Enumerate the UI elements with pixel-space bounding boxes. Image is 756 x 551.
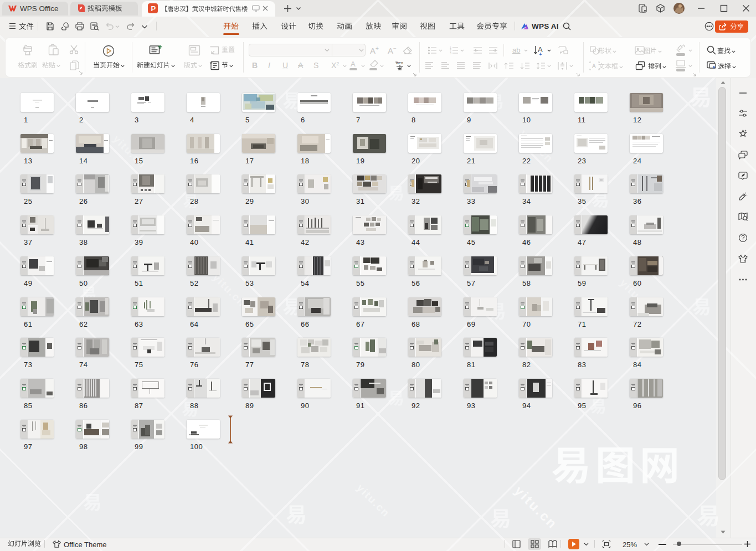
svg-text:A: A — [538, 45, 543, 54]
svg-text:3: 3 — [450, 52, 451, 54]
svg-text:A: A — [592, 63, 596, 69]
svg-text:wen: wen — [395, 61, 403, 65]
